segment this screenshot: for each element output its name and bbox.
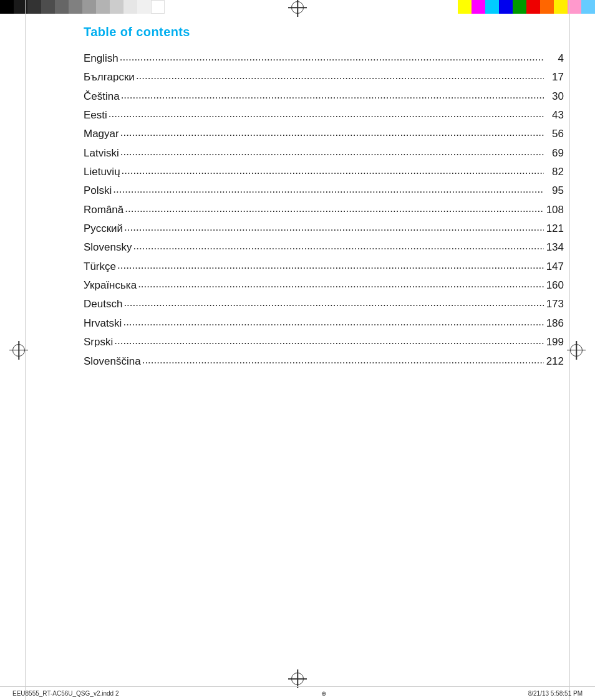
toc-entry-label: Български: [84, 69, 135, 85]
toc-entry-label: Polski: [84, 183, 112, 199]
color-block-cyan: [485, 0, 499, 14]
toc-dots: [109, 106, 544, 122]
toc-row: Lietuvių82: [84, 164, 564, 180]
toc-title: Table of contents: [84, 25, 564, 39]
toc-dots: [133, 238, 544, 254]
toc-row: Slovensky134: [84, 239, 564, 256]
crosshair-top: [291, 1, 304, 14]
toc-entry-label: Українська: [84, 277, 137, 294]
footer-left: EEU8555_RT-AC56U_QSG_v2.indd 2: [12, 690, 119, 697]
toc-dots: [123, 295, 544, 311]
toc-entry-label: Lietuvių: [84, 164, 120, 180]
toc-row: Eesti43: [84, 107, 564, 123]
gs-block-6: [69, 0, 82, 14]
color-block-magenta: [472, 0, 485, 14]
color-block-green: [513, 0, 526, 14]
toc-dots: [117, 257, 544, 274]
toc-entry-page: 199: [545, 334, 564, 350]
toc-entry-page: 147: [545, 259, 564, 275]
toc-entry-page: 82: [545, 164, 564, 180]
toc-row: Deutsch173: [84, 296, 564, 312]
toc-entry-page: 43: [545, 107, 564, 123]
toc-dots: [114, 333, 544, 349]
color-block-lightblue: [581, 0, 595, 14]
crosshair-right: [570, 344, 583, 357]
toc-row: Magyar56: [84, 126, 564, 142]
toc-entry-page: 173: [545, 296, 564, 312]
toc-entry-label: Hrvatski: [84, 315, 122, 332]
toc-entry-page: 160: [545, 277, 564, 294]
toc-row: Slovenščina212: [84, 353, 564, 370]
gs-block-11: [137, 0, 151, 14]
toc-dots: [142, 352, 544, 368]
color-block-red: [526, 0, 540, 14]
toc-row: Български17: [84, 69, 564, 85]
toc-dots: [123, 314, 544, 330]
toc-entry-label: Slovensky: [84, 239, 132, 256]
toc-entry-page: 212: [545, 353, 564, 370]
toc-entry-page: 69: [545, 145, 564, 161]
toc-entry-page: 134: [545, 239, 564, 256]
toc-entry-label: Latviski: [84, 145, 119, 161]
toc-entry-page: 17: [545, 69, 564, 85]
toc-entry-label: Română: [84, 202, 123, 218]
toc-row: English4: [84, 50, 564, 67]
toc-entry-label: Eesti: [84, 107, 107, 123]
gs-block-10: [123, 0, 137, 14]
color-block-yellow: [458, 0, 472, 14]
toc-row: Srpski199: [84, 334, 564, 350]
gs-block-7: [82, 0, 96, 14]
toc-row: Čeština30: [84, 89, 564, 105]
toc-entry-page: 108: [545, 202, 564, 218]
toc-dots: [125, 201, 544, 217]
gs-block-3: [27, 0, 41, 14]
footer-right: 8/21/13 5:58:51 PM: [528, 690, 583, 697]
toc-dots: [120, 125, 544, 141]
gs-block-12: [151, 0, 165, 14]
color-block-blue: [499, 0, 513, 14]
toc-dots: [138, 276, 544, 292]
toc-entry-label: Türkçe: [84, 259, 116, 275]
gs-block-9: [110, 0, 123, 14]
toc-dots: [120, 144, 544, 160]
toc-row: Русский121: [84, 221, 564, 237]
toc-entry-label: Magyar: [84, 126, 119, 142]
toc-entry-page: 95: [545, 183, 564, 199]
toc-entry-page: 121: [545, 221, 564, 237]
toc-row: Română108: [84, 202, 564, 218]
toc-row: Polski95: [84, 183, 564, 199]
toc-row: Türkçe147: [84, 259, 564, 275]
toc-entry-label: Čeština: [84, 89, 120, 105]
gs-block-1: [0, 0, 14, 14]
toc-row: Українська160: [84, 277, 564, 294]
toc-dots: [124, 219, 544, 236]
toc-row: Hrvatski186: [84, 315, 564, 332]
toc-entry-label: Русский: [84, 221, 123, 237]
gs-block-8: [96, 0, 110, 14]
toc-entry-page: 56: [545, 126, 564, 142]
toc-dots: [122, 163, 544, 179]
gs-block-4: [41, 0, 55, 14]
toc-entry-label: Srpski: [84, 334, 113, 350]
toc-entry-label: English: [84, 50, 119, 67]
gs-block-5: [55, 0, 69, 14]
toc-entry-page: 4: [545, 50, 564, 67]
toc-row: Latviski69: [84, 145, 564, 161]
toc-dots: [136, 68, 544, 84]
toc-entry-label: Slovenščina: [84, 353, 141, 370]
main-content: Table of contents English4Български17Češ…: [84, 25, 564, 681]
color-block-yellow2: [554, 0, 568, 14]
toc-dots: [113, 181, 544, 198]
toc-dots: [120, 49, 544, 65]
footer-bar: EEU8555_RT-AC56U_QSG_v2.indd 2 ⊕ 8/21/13…: [0, 686, 595, 700]
crosshair-left: [12, 344, 25, 357]
toc-dots: [121, 87, 544, 103]
footer-center-symbol: ⊕: [321, 690, 326, 697]
toc-entry-page: 30: [545, 89, 564, 105]
toc-entry-page: 186: [545, 315, 564, 332]
toc-entry-label: Deutsch: [84, 296, 122, 312]
toc-table: English4Български17Čeština30Eesti43Magya…: [84, 50, 564, 370]
color-block-orange: [540, 0, 554, 14]
